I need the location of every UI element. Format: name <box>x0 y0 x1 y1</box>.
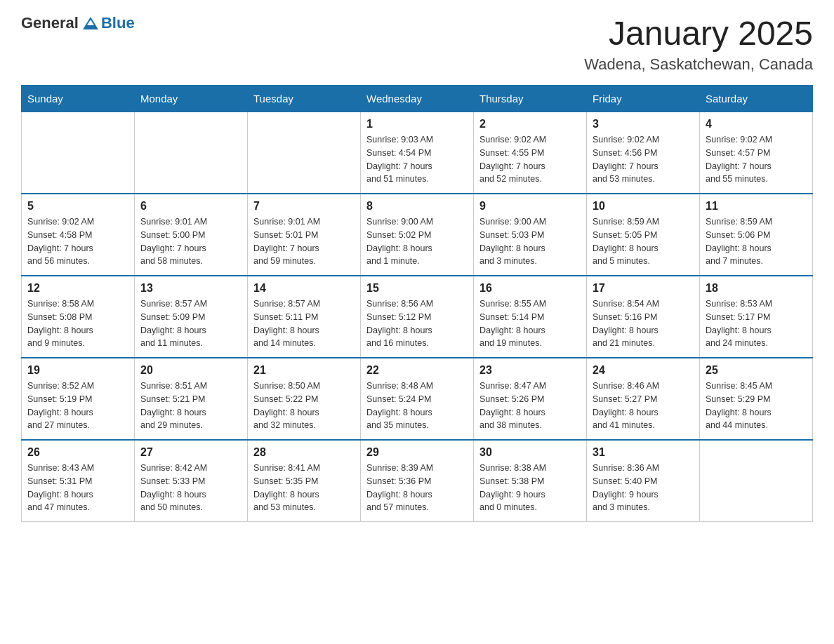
day-number: 13 <box>140 282 241 295</box>
day-info: Sunrise: 8:50 AM Sunset: 5:22 PM Dayligh… <box>253 380 355 432</box>
calendar-cell: 12Sunrise: 8:58 AM Sunset: 5:08 PM Dayli… <box>22 276 135 358</box>
day-info: Sunrise: 8:42 AM Sunset: 5:33 PM Dayligh… <box>140 462 241 514</box>
calendar-cell: 15Sunrise: 8:56 AM Sunset: 5:12 PM Dayli… <box>361 276 474 358</box>
calendar-cell <box>22 112 135 194</box>
day-info: Sunrise: 8:39 AM Sunset: 5:36 PM Dayligh… <box>366 462 468 514</box>
day-number: 26 <box>27 446 128 459</box>
day-number: 20 <box>140 364 241 377</box>
calendar-table: Sunday Monday Tuesday Wednesday Thursday… <box>21 85 813 522</box>
day-number: 10 <box>593 200 694 213</box>
calendar-cell: 22Sunrise: 8:48 AM Sunset: 5:24 PM Dayli… <box>361 358 474 440</box>
calendar-cell: 9Sunrise: 9:00 AM Sunset: 5:03 PM Daylig… <box>474 194 587 276</box>
day-number: 19 <box>27 364 128 377</box>
calendar-cell: 1Sunrise: 9:03 AM Sunset: 4:54 PM Daylig… <box>361 112 474 194</box>
calendar-cell: 11Sunrise: 8:59 AM Sunset: 5:06 PM Dayli… <box>700 194 813 276</box>
calendar-cell: 28Sunrise: 8:41 AM Sunset: 5:35 PM Dayli… <box>248 440 361 522</box>
day-info: Sunrise: 9:02 AM Sunset: 4:56 PM Dayligh… <box>593 133 694 186</box>
day-number: 16 <box>479 282 581 295</box>
day-info: Sunrise: 8:59 AM Sunset: 5:05 PM Dayligh… <box>593 215 694 268</box>
day-number: 8 <box>366 200 468 213</box>
calendar-cell: 14Sunrise: 8:57 AM Sunset: 5:11 PM Dayli… <box>248 276 361 358</box>
day-number: 14 <box>253 282 355 295</box>
calendar-cell: 6Sunrise: 9:01 AM Sunset: 5:00 PM Daylig… <box>135 194 248 276</box>
week-row-3: 12Sunrise: 8:58 AM Sunset: 5:08 PM Dayli… <box>22 276 813 358</box>
header-friday: Friday <box>587 86 700 112</box>
header-row: Sunday Monday Tuesday Wednesday Thursday… <box>22 86 813 112</box>
day-info: Sunrise: 9:01 AM Sunset: 5:01 PM Dayligh… <box>253 215 355 268</box>
logo-icon <box>83 15 98 31</box>
day-number: 30 <box>479 446 581 459</box>
logo-general: General <box>21 14 79 32</box>
logo-blue: Blue <box>101 14 135 32</box>
calendar-cell: 19Sunrise: 8:52 AM Sunset: 5:19 PM Dayli… <box>22 358 135 440</box>
header-sunday: Sunday <box>22 86 135 112</box>
calendar-cell <box>700 440 813 522</box>
day-info: Sunrise: 8:51 AM Sunset: 5:21 PM Dayligh… <box>140 380 241 432</box>
day-info: Sunrise: 8:54 AM Sunset: 5:16 PM Dayligh… <box>593 297 694 350</box>
day-number: 17 <box>593 282 694 295</box>
day-info: Sunrise: 8:36 AM Sunset: 5:40 PM Dayligh… <box>593 462 694 514</box>
calendar-cell: 24Sunrise: 8:46 AM Sunset: 5:27 PM Dayli… <box>587 358 700 440</box>
day-number: 3 <box>593 118 694 130</box>
day-info: Sunrise: 8:47 AM Sunset: 5:26 PM Dayligh… <box>479 380 581 432</box>
week-row-5: 26Sunrise: 8:43 AM Sunset: 5:31 PM Dayli… <box>22 440 813 522</box>
calendar-cell <box>135 112 248 194</box>
day-info: Sunrise: 9:00 AM Sunset: 5:02 PM Dayligh… <box>366 215 468 268</box>
calendar-cell: 2Sunrise: 9:02 AM Sunset: 4:55 PM Daylig… <box>474 112 587 194</box>
day-number: 29 <box>366 446 468 459</box>
calendar-cell: 25Sunrise: 8:45 AM Sunset: 5:29 PM Dayli… <box>700 358 813 440</box>
day-info: Sunrise: 9:00 AM Sunset: 5:03 PM Dayligh… <box>479 215 581 268</box>
day-info: Sunrise: 8:45 AM Sunset: 5:29 PM Dayligh… <box>706 380 807 432</box>
day-number: 6 <box>140 200 241 213</box>
header-monday: Monday <box>135 86 248 112</box>
header-thursday: Thursday <box>474 86 587 112</box>
calendar-cell: 23Sunrise: 8:47 AM Sunset: 5:26 PM Dayli… <box>474 358 587 440</box>
day-info: Sunrise: 8:58 AM Sunset: 5:08 PM Dayligh… <box>27 297 128 350</box>
day-info: Sunrise: 8:55 AM Sunset: 5:14 PM Dayligh… <box>479 297 581 350</box>
calendar-cell: 18Sunrise: 8:53 AM Sunset: 5:17 PM Dayli… <box>700 276 813 358</box>
day-info: Sunrise: 8:48 AM Sunset: 5:24 PM Dayligh… <box>366 380 468 432</box>
calendar-cell: 4Sunrise: 9:02 AM Sunset: 4:57 PM Daylig… <box>700 112 813 194</box>
calendar-cell <box>248 112 361 194</box>
day-number: 25 <box>706 364 807 377</box>
calendar-cell: 7Sunrise: 9:01 AM Sunset: 5:01 PM Daylig… <box>248 194 361 276</box>
day-info: Sunrise: 8:59 AM Sunset: 5:06 PM Dayligh… <box>706 215 807 268</box>
calendar-cell: 31Sunrise: 8:36 AM Sunset: 5:40 PM Dayli… <box>587 440 700 522</box>
calendar-cell: 29Sunrise: 8:39 AM Sunset: 5:36 PM Dayli… <box>361 440 474 522</box>
day-info: Sunrise: 9:02 AM Sunset: 4:57 PM Dayligh… <box>706 133 807 186</box>
title-area: January 2025 Wadena, Saskatchewan, Canad… <box>584 14 813 74</box>
day-number: 28 <box>253 446 355 459</box>
calendar-cell: 17Sunrise: 8:54 AM Sunset: 5:16 PM Dayli… <box>587 276 700 358</box>
calendar-cell: 10Sunrise: 8:59 AM Sunset: 5:05 PM Dayli… <box>587 194 700 276</box>
calendar-cell: 26Sunrise: 8:43 AM Sunset: 5:31 PM Dayli… <box>22 440 135 522</box>
week-row-4: 19Sunrise: 8:52 AM Sunset: 5:19 PM Dayli… <box>22 358 813 440</box>
calendar-cell: 8Sunrise: 9:00 AM Sunset: 5:02 PM Daylig… <box>361 194 474 276</box>
day-number: 24 <box>593 364 694 377</box>
day-info: Sunrise: 8:46 AM Sunset: 5:27 PM Dayligh… <box>593 380 694 432</box>
day-number: 7 <box>253 200 355 213</box>
header-saturday: Saturday <box>700 86 813 112</box>
calendar-cell: 5Sunrise: 9:02 AM Sunset: 4:58 PM Daylig… <box>22 194 135 276</box>
calendar-title: January 2025 <box>584 14 813 53</box>
day-number: 4 <box>706 118 807 130</box>
day-number: 22 <box>366 364 468 377</box>
day-number: 5 <box>27 200 128 213</box>
day-number: 12 <box>27 282 128 295</box>
day-number: 2 <box>479 118 581 130</box>
header-wednesday: Wednesday <box>361 86 474 112</box>
calendar-cell: 3Sunrise: 9:02 AM Sunset: 4:56 PM Daylig… <box>587 112 700 194</box>
day-info: Sunrise: 8:41 AM Sunset: 5:35 PM Dayligh… <box>253 462 355 514</box>
day-info: Sunrise: 9:02 AM Sunset: 4:55 PM Dayligh… <box>479 133 581 186</box>
day-number: 23 <box>479 364 581 377</box>
calendar-cell: 30Sunrise: 8:38 AM Sunset: 5:38 PM Dayli… <box>474 440 587 522</box>
day-info: Sunrise: 8:56 AM Sunset: 5:12 PM Dayligh… <box>366 297 468 350</box>
day-number: 11 <box>706 200 807 213</box>
week-row-1: 1Sunrise: 9:03 AM Sunset: 4:54 PM Daylig… <box>22 112 813 194</box>
page-header: General Blue January 2025 Wadena, Saskat… <box>21 14 813 74</box>
day-info: Sunrise: 8:57 AM Sunset: 5:11 PM Dayligh… <box>253 297 355 350</box>
day-number: 27 <box>140 446 241 459</box>
calendar-cell: 13Sunrise: 8:57 AM Sunset: 5:09 PM Dayli… <box>135 276 248 358</box>
day-info: Sunrise: 9:03 AM Sunset: 4:54 PM Dayligh… <box>366 133 468 186</box>
calendar-cell: 21Sunrise: 8:50 AM Sunset: 5:22 PM Dayli… <box>248 358 361 440</box>
calendar-cell: 27Sunrise: 8:42 AM Sunset: 5:33 PM Dayli… <box>135 440 248 522</box>
